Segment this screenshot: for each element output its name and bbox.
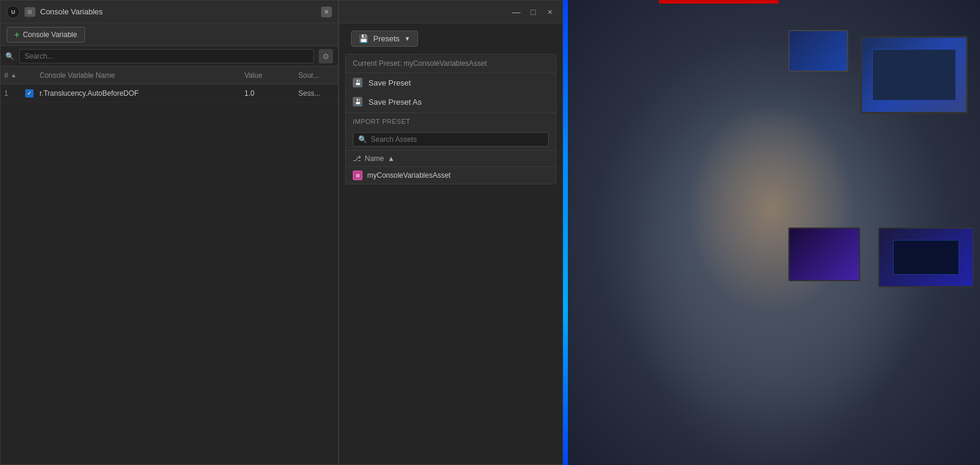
branch-icon: ⎇ xyxy=(353,154,361,163)
presets-button-container: 💾 Presets ▼ xyxy=(339,23,562,54)
row-checkbox[interactable]: ✓ xyxy=(25,89,40,98)
window-controls: — □ × xyxy=(510,5,556,19)
row-source: Sess... xyxy=(298,89,334,98)
tv-screen-3 xyxy=(878,227,974,287)
close-window-button[interactable]: × xyxy=(543,5,556,19)
presets-label: Presets xyxy=(373,34,400,43)
save-preset-item[interactable]: 💾 Save Preset xyxy=(346,73,556,92)
console-window-title: Console Variables xyxy=(40,7,316,16)
minimize-button[interactable]: — xyxy=(510,5,523,19)
current-preset-label: Current Preset: myConsoleVariablesAsset xyxy=(346,54,556,73)
col-header-source: Sour... xyxy=(298,71,334,80)
console-window-titlebar: U ⊞ Console Variables × xyxy=(1,1,338,23)
presets-window: — □ × 💾 Presets ▼ Current Preset: myCons… xyxy=(338,0,563,465)
save-preset-as-label: Save Preset As xyxy=(368,98,422,107)
sort-asc-icon: ▲ xyxy=(388,154,395,163)
add-button-label: Console Variable xyxy=(23,31,77,39)
assets-search-input[interactable] xyxy=(371,135,543,144)
tv-screen-1 xyxy=(860,36,968,114)
sort-arrow-icon: ▲ xyxy=(11,72,17,78)
search-bar: 🔍 ⊙ xyxy=(1,46,338,66)
table-content: 1 ✓ r.Translucency.AutoBeforeDOF 1.0 Ses… xyxy=(1,84,338,464)
search-icon: 🔍 xyxy=(5,52,14,60)
presets-icon: 💾 xyxy=(359,34,368,43)
assets-table-header: ⎇ Name ▲ xyxy=(346,150,556,167)
video-background xyxy=(563,0,980,465)
save-preset-icon: 💾 xyxy=(353,78,362,87)
tv-screen-2 xyxy=(788,30,848,72)
red-bar xyxy=(659,0,779,4)
add-console-variable-button[interactable]: + Console Variable xyxy=(7,27,85,42)
col-header-value: Value xyxy=(244,71,298,80)
col-header-num: # ▲ xyxy=(4,71,25,80)
save-preset-as-item[interactable]: 💾 Save Preset As xyxy=(346,92,556,111)
table-header: # ▲ Console Variable Name Value Sour... xyxy=(1,66,338,84)
presets-titlebar: — □ × xyxy=(339,1,562,23)
blue-accent xyxy=(563,0,568,465)
search-input[interactable] xyxy=(19,49,314,63)
asset-name: myConsoleVariablesAsset xyxy=(367,171,450,180)
dropdown-arrow-icon: ▼ xyxy=(404,35,410,42)
dropdown-menu: Current Preset: myConsoleVariablesAsset … xyxy=(345,54,556,184)
assets-search-icon: 🔍 xyxy=(358,135,367,144)
ue-logo: U xyxy=(7,5,20,19)
asset-row[interactable]: ⊞ myConsoleVariablesAsset xyxy=(346,167,556,184)
menu-separator xyxy=(346,113,556,113)
row-value: 1.0 xyxy=(244,89,298,98)
row-number: 1 xyxy=(4,89,25,98)
maximize-button[interactable]: □ xyxy=(527,5,540,19)
filter-button[interactable]: ⊙ xyxy=(319,49,333,63)
row-variable-name: r.Translucency.AutoBeforeDOF xyxy=(40,89,244,98)
name-column-label: Name xyxy=(365,154,384,163)
save-preset-as-icon: 💾 xyxy=(353,97,362,107)
console-variables-window: U ⊞ Console Variables × + Console Variab… xyxy=(0,0,338,465)
presets-dropdown-button[interactable]: 💾 Presets ▼ xyxy=(351,31,418,47)
save-preset-label: Save Preset xyxy=(368,78,411,87)
table-row[interactable]: 1 ✓ r.Translucency.AutoBeforeDOF 1.0 Ses… xyxy=(1,84,338,102)
import-preset-label: IMPORT PRESET xyxy=(346,114,556,129)
console-close-button[interactable]: × xyxy=(321,7,332,17)
console-icon: ⊞ xyxy=(25,7,35,17)
assets-search-container: 🔍 xyxy=(353,132,549,147)
asset-grid-icon: ⊞ xyxy=(353,171,362,180)
tv-screen-4 xyxy=(788,227,860,281)
checkbox-checked[interactable]: ✓ xyxy=(25,89,34,98)
console-toolbar: + Console Variable xyxy=(1,23,338,46)
col-header-name: Console Variable Name xyxy=(40,71,244,80)
